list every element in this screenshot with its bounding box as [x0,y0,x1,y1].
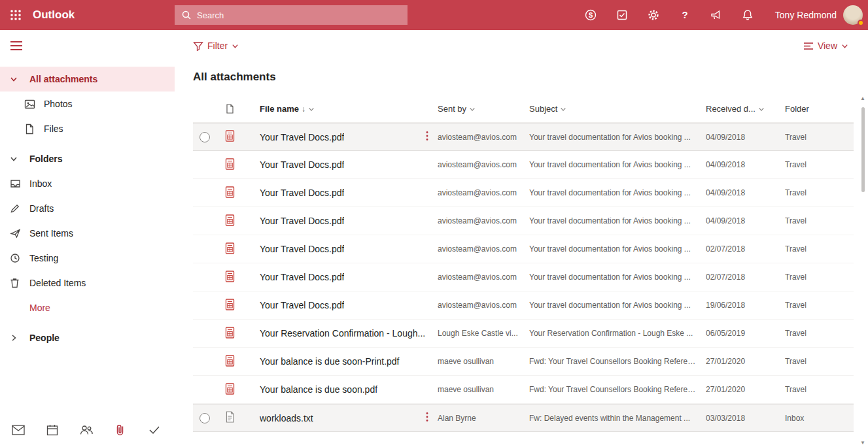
file-name: Your Travel Docs.pdf [260,216,344,226]
sidebar-item-sent-items[interactable]: Sent Items [0,221,175,246]
scroll-up-icon[interactable]: ▲ [858,95,867,101]
more-options-icon[interactable] [426,412,428,424]
column-label: Received d... [706,104,755,114]
file-name-cell[interactable]: Your Travel Docs.pdf [243,131,438,143]
table-row[interactable]: Your Travel Docs.pdf aviosteam@avios.com… [193,207,854,235]
column-header-subject[interactable]: Subject [529,104,706,114]
skype-button[interactable]: S [575,0,606,30]
table-row[interactable]: Your Travel Docs.pdf aviosteam@avios.com… [193,179,854,207]
sent-by-cell: Alan Byrne [438,414,529,423]
table-row[interactable]: Your Reservation Confirmation - Lough...… [193,320,854,348]
file-type-cell [217,158,243,172]
table-row[interactable]: Your Travel Docs.pdf aviosteam@avios.com… [193,151,854,179]
row-select-cell [193,328,217,339]
file-name-cell[interactable]: Your balance is due soon-Print.pdf [243,356,438,368]
column-label: Folder [785,104,809,114]
file-name-cell[interactable]: Your balance is due soon.pdf [243,384,438,396]
sidebar-item-files[interactable]: Files [0,116,175,141]
file-type-icon [225,383,235,397]
scrollbar-thumb[interactable] [861,107,865,192]
svg-text:S: S [588,12,593,19]
row-select-cell [193,132,217,142]
file-name-cell[interactable]: workloads.txt [243,412,438,424]
table-row[interactable]: Your balance is due soon.pdf maeve osull… [193,376,854,404]
received-date-cell: 19/06/2018 [706,301,785,310]
file-name-cell[interactable]: Your Travel Docs.pdf [243,299,438,312]
scrollbar[interactable]: ▲ ▼ [858,95,867,447]
sidebar: All attachments Photos Files [0,30,175,447]
settings-button[interactable] [638,0,669,30]
view-button[interactable]: View [803,41,848,51]
file-name-cell[interactable]: Your Travel Docs.pdf [243,243,438,256]
column-header-file-name[interactable]: File name ↓ [243,104,438,114]
filter-label: Filter [207,41,228,51]
folder-cell: Travel [785,301,854,310]
sidebar-item-label: Inbox [29,178,52,189]
column-header-sent-by[interactable]: Sent by [438,104,529,114]
mail-icon[interactable] [9,421,27,439]
photo-icon [24,99,44,110]
sidebar-section-folders[interactable]: Folders [0,146,175,171]
file-type-icon [225,271,235,284]
search-bar[interactable] [175,5,408,25]
table-row[interactable]: Your Travel Docs.pdf aviosteam@avios.com… [193,123,854,151]
chevron-down-icon [308,106,315,112]
received-date-cell: 27/01/2020 [706,357,785,366]
search-input[interactable] [197,10,401,20]
scroll-down-icon[interactable]: ▼ [858,440,867,446]
whats-new-button[interactable] [701,0,732,30]
file-type-cell [217,214,243,228]
notifications-button[interactable] [732,0,763,30]
column-header-received[interactable]: Received d... [706,104,785,114]
sidebar-item-deleted-items[interactable]: Deleted Items [0,271,175,295]
user-avatar[interactable] [843,5,863,25]
row-select-radio[interactable] [200,132,210,142]
sidebar-item-label: Photos [44,99,73,109]
people-icon[interactable] [77,421,95,439]
filter-button[interactable]: Filter [193,41,239,51]
table-row[interactable]: Your balance is due soon-Print.pdf maeve… [193,348,854,376]
tasks-check-icon[interactable] [145,421,164,439]
subject-cell: Your travel documentation for Avios book… [529,273,706,282]
file-type-icon [225,355,235,369]
table-row[interactable]: workloads.txt Alan Byrne Fw: Delayed eve… [193,404,854,432]
attachments-icon[interactable] [111,421,130,439]
file-name-cell[interactable]: Your Travel Docs.pdf [243,187,438,199]
search-icon [181,10,192,20]
file-type-cell [217,355,243,369]
sidebar-item-drafts[interactable]: Drafts [0,196,175,221]
chevron-right-icon [10,334,29,342]
table-row[interactable]: Your Travel Docs.pdf aviosteam@avios.com… [193,235,854,263]
row-select-radio[interactable] [200,413,210,423]
sidebar-item-testing[interactable]: Testing [0,246,175,271]
sidebar-item-label: Files [44,124,63,134]
calendar-icon[interactable] [43,421,61,439]
collapse-sidebar-button[interactable] [0,30,175,61]
file-type-cell [217,242,243,256]
file-name-cell[interactable]: Your Travel Docs.pdf [243,271,438,284]
sidebar-item-all-attachments[interactable]: All attachments [0,67,175,91]
sidebar-item-inbox[interactable]: Inbox [0,171,175,196]
app-launcher-button[interactable] [0,0,31,30]
tasks-button[interactable] [606,0,638,30]
user-name: Tony Redmond [775,10,837,20]
help-button[interactable]: ? [669,0,701,30]
column-header-folder[interactable]: Folder [785,104,854,114]
table-row[interactable]: Your Travel Docs.pdf aviosteam@avios.com… [193,263,854,291]
table-header-row: File name ↓ Sent by Subject Received d..… [193,95,854,123]
row-select-cell [193,272,217,282]
table-row[interactable]: Your Travel Docs.pdf aviosteam@avios.com… [193,291,854,320]
more-options-icon[interactable] [426,131,428,143]
sidebar-item-photos[interactable]: Photos [0,91,175,116]
sidebar-item-more[interactable]: More [0,295,175,320]
sent-by-cell: aviosteam@avios.com [438,273,529,282]
file-name-cell[interactable]: Your Travel Docs.pdf [243,215,438,227]
sent-by-cell: aviosteam@avios.com [438,216,529,225]
received-date-cell: 03/03/2018 [706,414,785,423]
sent-by-cell: aviosteam@avios.com [438,188,529,197]
file-name-cell[interactable]: Your Reservation Confirmation - Lough... [243,327,438,340]
file-name-cell[interactable]: Your Travel Docs.pdf [243,159,438,171]
sidebar-section-people[interactable]: People [0,325,175,350]
gear-icon [647,8,660,22]
received-date-cell: 27/01/2020 [706,385,785,394]
